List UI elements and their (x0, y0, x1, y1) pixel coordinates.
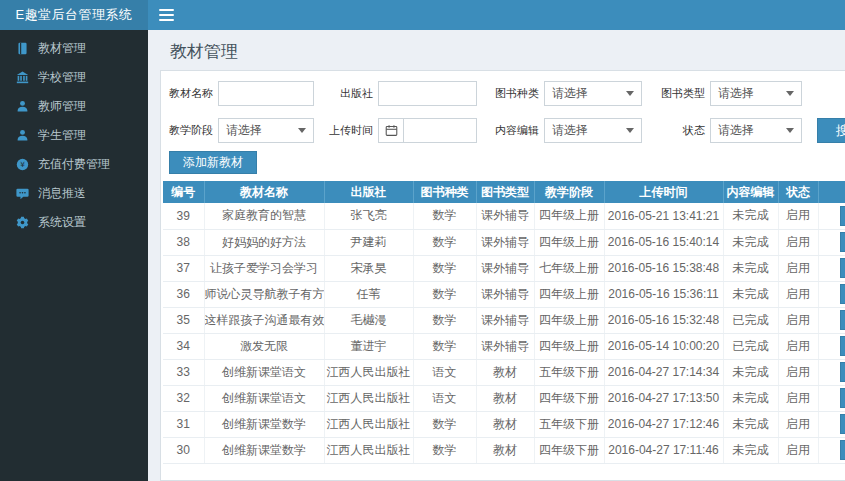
sidebar-item-system-settings[interactable]: 系统设置 (0, 208, 148, 237)
action-cell (818, 333, 845, 359)
sidebar-item-message-push[interactable]: 消息推送 (0, 179, 148, 208)
table-cell: 数学 (413, 307, 476, 333)
action-cell (818, 281, 845, 307)
table-cell: 启用 (778, 203, 818, 229)
table-cell: 这样跟孩子沟通最有效 (204, 307, 324, 333)
sidebar-item-student-management[interactable]: 学生管理 (0, 121, 148, 150)
row-action-button[interactable] (840, 232, 845, 252)
table-cell: 江西人民出版社 (324, 385, 413, 411)
table-cell: 39 (163, 203, 204, 229)
table-cell: 教材 (476, 411, 534, 437)
column-header: 图书种类 (413, 181, 476, 203)
upload-time-input[interactable] (404, 118, 477, 143)
table-cell: 课外辅导 (476, 281, 534, 307)
chevron-down-icon (626, 91, 634, 96)
table-cell: 四年级上册 (534, 281, 604, 307)
teaching-stage-select[interactable]: 请选择 (218, 118, 314, 143)
sidebar-item-textbook-management[interactable]: 教材管理 (0, 34, 148, 63)
table-cell: 五年级下册 (534, 359, 604, 385)
table-cell: 江西人民出版社 (324, 437, 413, 463)
book-type-select[interactable]: 请选择 (710, 81, 802, 106)
row-action-button[interactable] (840, 388, 845, 408)
table-cell: 38 (163, 229, 204, 255)
status-select[interactable]: 请选择 (710, 118, 802, 143)
action-cell (818, 307, 845, 333)
table-cell: 2016-04-27 17:13:50 (604, 385, 723, 411)
table-cell: 未完成 (723, 281, 778, 307)
book-category-select[interactable]: 请选择 (544, 81, 642, 106)
publisher-input[interactable] (378, 81, 477, 106)
table-cell: 启用 (778, 333, 818, 359)
table-cell: 宋承昊 (324, 255, 413, 281)
table-cell: 33 (163, 359, 204, 385)
table-cell: 任苇 (324, 281, 413, 307)
chevron-down-icon (786, 128, 794, 133)
table-cell: 好妈妈的好方法 (204, 229, 324, 255)
book-icon (14, 41, 30, 56)
filter-material-name: 教材名称 (169, 81, 314, 106)
table-cell: 启用 (778, 437, 818, 463)
table-cell: 四年级下册 (534, 385, 604, 411)
material-name-input[interactable] (218, 81, 314, 106)
table-cell: 四年级上册 (534, 307, 604, 333)
add-material-button[interactable]: 添加新教材 (169, 151, 257, 174)
sidebar: 教材管理 学校管理 教师管理 学生管理 ¥ 充值付费管理 消息推送 系统设置 (0, 30, 148, 481)
table-cell: 创维新课堂语文 (204, 359, 324, 385)
sidebar-item-label: 系统设置 (38, 214, 86, 231)
table-cell: 31 (163, 411, 204, 437)
table-cell: 未完成 (723, 437, 778, 463)
hamburger-menu-icon[interactable] (159, 9, 174, 21)
table-cell: 江西人民出版社 (324, 411, 413, 437)
table-cell: 已完成 (723, 307, 778, 333)
chevron-down-icon (298, 128, 306, 133)
teacher-icon (14, 99, 30, 114)
row-action-button[interactable] (840, 336, 845, 356)
sidebar-item-school-management[interactable]: 学校管理 (0, 63, 148, 92)
table-cell: 未完成 (723, 229, 778, 255)
column-header (818, 181, 845, 203)
teaching-stage-label: 教学阶段 (169, 123, 213, 138)
upload-time-label: 上传时间 (329, 123, 373, 138)
table-cell: 2016-05-14 10:00:20 (604, 333, 723, 359)
search-button[interactable]: 搜索 (817, 118, 845, 143)
sidebar-item-label: 消息推送 (38, 185, 86, 202)
money-icon: ¥ (14, 157, 30, 172)
app-logo[interactable]: E趣堂后台管理系统 (0, 0, 148, 30)
content-panel: 教材名称 出版社 图书种类 请选择 图书类型 请选择 (160, 70, 845, 481)
filter-content-edit: 内容编辑 请选择 (495, 118, 642, 143)
table-cell: 未完成 (723, 411, 778, 437)
filter-book-type: 图书类型 请选择 (661, 81, 802, 106)
table-cell: 2016-05-16 15:40:14 (604, 229, 723, 255)
table-cell: 语文 (413, 385, 476, 411)
material-name-label: 教材名称 (169, 86, 213, 101)
select-value: 请选择 (552, 85, 626, 102)
table-cell: 课外辅导 (476, 307, 534, 333)
row-action-button[interactable] (840, 362, 845, 382)
sidebar-item-teacher-management[interactable]: 教师管理 (0, 92, 148, 121)
table-row: 35这样跟孩子沟通最有效毛樾漫数学课外辅导四年级上册2016-05-16 15:… (163, 307, 845, 333)
table-cell: 数学 (413, 437, 476, 463)
status-label: 状态 (661, 123, 705, 138)
row-action-button[interactable] (840, 414, 845, 434)
column-header: 教材名称 (204, 181, 324, 203)
calendar-icon[interactable] (378, 118, 404, 143)
sidebar-item-recharge-payment-management[interactable]: ¥ 充值付费管理 (0, 150, 148, 179)
row-action-button[interactable] (840, 440, 845, 460)
table-cell: 数学 (413, 255, 476, 281)
table-cell: 董进宇 (324, 333, 413, 359)
row-action-button[interactable] (840, 310, 845, 330)
table-cell: 数学 (413, 411, 476, 437)
row-action-button[interactable] (840, 258, 845, 278)
table-cell: 数学 (413, 229, 476, 255)
book-type-label: 图书类型 (661, 86, 705, 101)
student-icon (14, 128, 30, 143)
row-action-button[interactable] (840, 206, 845, 226)
content-edit-label: 内容编辑 (495, 123, 539, 138)
table-cell: 2016-05-21 13:41:21 (604, 203, 723, 229)
table-cell: 35 (163, 307, 204, 333)
table-row: 30创维新课堂数学江西人民出版社数学教材四年级下册2016-04-27 17:1… (163, 437, 845, 463)
table-cell: 2016-04-27 17:11:46 (604, 437, 723, 463)
row-action-button[interactable] (840, 284, 845, 304)
content-edit-select[interactable]: 请选择 (544, 118, 642, 143)
table-cell: 毛樾漫 (324, 307, 413, 333)
